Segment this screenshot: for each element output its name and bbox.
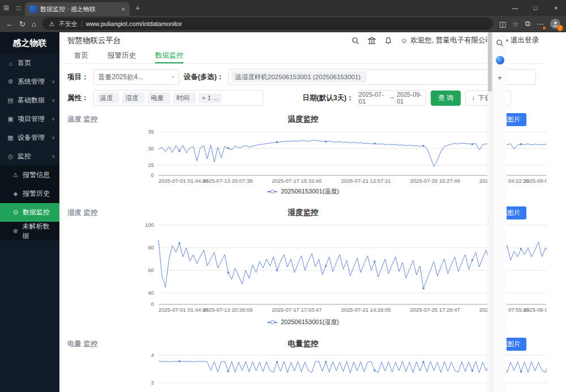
svg-text:2025-07-17 15:32:46: 2025-07-17 15:32:46 <box>272 178 321 184</box>
sidebar-item-unparsed[interactable]: ⊗ 未解析数据 <box>0 222 59 240</box>
page-scrollbar[interactable] <box>487 32 492 392</box>
logout-link[interactable]: 退出登录 <box>501 36 539 45</box>
svg-text:80: 80 <box>148 244 154 251</box>
scrollbar-thumb[interactable] <box>488 32 492 92</box>
split-screen-icon[interactable]: ◫ <box>499 20 506 28</box>
collections-icon[interactable]: ⧉ <box>525 19 530 28</box>
attribute-multiselect[interactable]: 温度 湿度 电量 时间 + 1 ... <box>93 90 263 106</box>
chevron-down-icon: ∨ <box>52 117 55 122</box>
search-icon[interactable] <box>351 37 359 45</box>
back-icon[interactable]: ← <box>6 20 13 28</box>
tab-data-monitor[interactable]: 数据监控 <box>155 49 183 63</box>
svg-text:2025-07-17 17:03:47: 2025-07-17 17:03:47 <box>272 307 321 313</box>
main-content: 智慧物联云平台 ☺ 欢迎您, 普量电子有限公司 退出登录 <box>59 32 547 392</box>
chart-title: 温度监控 <box>59 114 547 124</box>
svg-text:2025-07-13 20:07:38: 2025-07-13 20:07:38 <box>203 178 252 184</box>
svg-text:0: 0 <box>151 172 154 178</box>
sidebar-item-basedata[interactable]: ▤ 基础数据 ∨ <box>0 91 59 110</box>
temperature-legend[interactable]: 202506153001(温度) <box>59 187 547 196</box>
browser-tab[interactable]: 数据监控 · 感之物联 × <box>25 2 130 16</box>
chevron-up-icon: ∧ <box>52 154 55 159</box>
sidebar-add-icon[interactable]: + <box>498 74 502 82</box>
query-button[interactable]: 查 询 <box>431 91 461 106</box>
sidebar-item-alarm-history[interactable]: ◈ 报警历史 <box>0 184 59 203</box>
data-monitor-icon: ⊙ <box>12 209 19 216</box>
chart-title: 湿度监控 <box>59 208 547 218</box>
project-select[interactable]: 普量2025款4... ▾ <box>93 69 179 85</box>
sidebar-item-data-monitor[interactable]: ⊙ 数据监控 <box>0 203 59 222</box>
close-button[interactable]: × <box>546 0 566 16</box>
tab-alarm-history[interactable]: 报警历史 <box>108 49 136 63</box>
attr-tag: 湿度 <box>122 92 145 104</box>
svg-text:2025-07-21 14:29:05: 2025-07-21 14:29:05 <box>341 307 391 313</box>
tab-home[interactable]: 首页 <box>74 49 88 63</box>
svg-text:2025-07-01 01:44:46: 2025-07-01 01:44:46 <box>158 307 208 313</box>
window-controls: — □ × <box>505 0 566 16</box>
humidity-section-header: 湿度 监控 湿度监控 下载图片 <box>59 206 547 220</box>
notification-dot <box>543 27 546 29</box>
home-icon[interactable]: ⌂ <box>32 20 36 28</box>
database-icon: ▤ <box>7 97 14 104</box>
attr-more-tag[interactable]: + 1 ... <box>199 93 222 103</box>
date-range-picker[interactable]: 2025-07-01 ~ 2025-09-01 <box>358 90 426 106</box>
folder-icon: ▣ <box>7 115 14 123</box>
svg-text:2025-07-01 01:44:46: 2025-07-01 01:44:46 <box>158 178 208 184</box>
organization-icon[interactable] <box>368 37 376 45</box>
date-start: 2025-07-01 <box>359 91 388 105</box>
chevron-down-icon: ∨ <box>52 79 55 84</box>
smiley-icon: ☺ <box>401 37 408 45</box>
not-secure-icon: ⚠ <box>49 20 55 28</box>
attribute-label: 属性： <box>67 93 89 103</box>
tab-title: 数据监控 · 感之物联 <box>40 5 118 14</box>
sidebar-item-device[interactable]: ▦ 设备管理 ∨ <box>0 128 59 147</box>
page-title: 智慧物联云平台 <box>67 36 121 46</box>
humidity-legend[interactable]: 202506153001(湿度) <box>59 318 547 326</box>
sidebar-item-project[interactable]: ▣ 项目管理 ∨ <box>0 110 59 128</box>
browser-tab-strip: ⊞ □ 数据监控 · 感之物联 × + — □ × <box>0 0 566 16</box>
home-icon: ⌂ <box>7 60 14 67</box>
profile-avatar[interactable]: 7 <box>550 19 560 29</box>
legend-marker-icon <box>267 322 277 323</box>
svg-text:2025-07-21 12:57:21: 2025-07-21 12:57:21 <box>341 178 391 184</box>
svg-text:2025-08-01 23:51:36: 2025-08-01 23:51:36 <box>524 307 547 313</box>
battery-chart[interactable]: 34 <box>123 351 547 392</box>
tab-actions-icon[interactable]: ⊞ <box>0 4 12 12</box>
favorites-star-icon[interactable]: ☆ <box>512 20 519 28</box>
date-label: 日期(默认3天)： <box>303 93 354 103</box>
sidebar-item-monitor[interactable]: ◎ 监控 ∧ <box>0 147 59 166</box>
profile-badge: 7 <box>557 25 563 31</box>
url-text: www.puliangiot.com/iotdatamonitor <box>86 20 182 27</box>
browser-menu-icon[interactable]: ⋯ <box>537 20 544 28</box>
svg-text:35: 35 <box>148 128 154 135</box>
chevron-down-icon: ▾ <box>171 74 174 80</box>
svg-text:4: 4 <box>151 352 154 358</box>
new-tab-button[interactable]: + <box>135 3 140 12</box>
chart-title: 电量监控 <box>59 339 547 349</box>
workspaces-icon[interactable]: □ <box>12 4 25 12</box>
sidebar: 感之物联 ⌂ 首页 ⚙ 系统管理 ∨ ▤ 基础数据 ∨ ▣ 项目管理 ∨ ▦ 设… <box>0 32 59 392</box>
sidebar-search-icon[interactable] <box>496 39 504 47</box>
bell-icon[interactable] <box>384 37 392 45</box>
svg-text:2025-07-25 15:27:49: 2025-07-25 15:27:49 <box>410 178 460 184</box>
sidebar-item-home[interactable]: ⌂ 首页 <box>0 54 59 72</box>
copilot-icon[interactable] <box>496 56 504 64</box>
legend-marker-icon <box>267 191 277 192</box>
maximize-button[interactable]: □ <box>525 0 546 16</box>
chevron-down-icon: ∨ <box>52 135 55 140</box>
filter-row-attrs: 属性： 温度 湿度 电量 时间 + 1 ... 日期(默认3天)： 2025-0… <box>67 89 536 106</box>
devices-icon: ▦ <box>7 134 14 141</box>
sidebar-submenu: ⚠ 报警信息 ◈ 报警历史 ⊙ 数据监控 ⊗ 未解析数据 <box>0 166 59 240</box>
svg-text:0: 0 <box>151 301 154 307</box>
sidebar-item-alarm-info[interactable]: ⚠ 报警信息 <box>0 166 59 184</box>
svg-text:2025-07-13 20:38:09: 2025-07-13 20:38:09 <box>203 307 252 313</box>
svg-text:40: 40 <box>148 290 154 296</box>
sidebar-item-system[interactable]: ⚙ 系统管理 ∨ <box>0 72 59 91</box>
tab-close-icon[interactable]: × <box>122 6 125 12</box>
address-bar[interactable]: ⚠ 不安全 www.puliangiot.com/iotdatamonitor <box>42 18 493 30</box>
date-separator: ~ <box>391 94 394 101</box>
temperature-chart[interactable]: 25303502025-07-01 01:44:462025-07-13 20:… <box>123 128 547 186</box>
minimize-button[interactable]: — <box>505 0 525 16</box>
refresh-icon[interactable]: ↻ <box>19 20 25 28</box>
humidity-chart[interactable]: 40608010002025-07-01 01:44:462025-07-13 … <box>123 221 547 315</box>
edge-sidebar-strip: + <box>492 32 507 392</box>
